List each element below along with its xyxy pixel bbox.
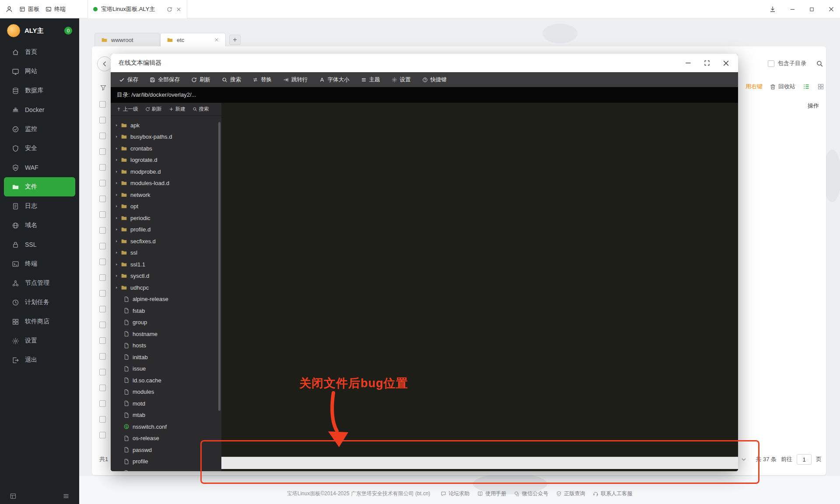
tree-folder-row[interactable]: ssl [111,247,221,259]
save-all-button[interactable]: 全部保存 [144,72,186,87]
row-checkbox[interactable] [99,385,106,391]
row-checkbox[interactable] [99,306,106,312]
editor-file-tabs-bar[interactable] [221,457,738,469]
caret-right-icon[interactable] [115,216,119,220]
modal-maximize-icon[interactable] [704,60,710,66]
row-checkbox[interactable] [99,432,106,438]
terminal-nav-button[interactable]: 终端 [46,5,66,13]
row-checkbox[interactable] [99,322,106,328]
modal-minimize-icon[interactable] [684,59,692,67]
sidebar-item[interactable]: 数据库 [0,81,79,100]
tree-file-row[interactable]: motd [111,398,221,410]
maximize-icon[interactable] [809,7,815,12]
row-checkbox[interactable] [99,369,106,375]
row-checkbox[interactable] [99,353,106,360]
close-icon[interactable] [828,6,835,13]
tree-folder-row[interactable]: busybox-paths.d [111,131,221,143]
tree-file-row[interactable]: protocols [111,467,221,471]
sidebar-item[interactable]: 设置 [0,331,79,350]
sidebar-item[interactable]: 日志 [0,196,79,216]
sidebar-item[interactable]: 终端 [0,254,79,273]
filter-icon[interactable] [100,84,107,91]
goto-line-button[interactable]: 跳转行 [277,72,314,87]
add-tab-button[interactable]: + [229,35,241,45]
row-checkbox[interactable] [99,164,106,171]
search-button[interactable]: 搜索 [216,72,247,87]
theme-button[interactable]: 主题 [355,72,386,87]
footer-link[interactable]: 正版查询 [556,490,585,497]
tree-file-row[interactable]: hostname [111,328,221,340]
include-subdir-checkbox[interactable] [768,60,774,67]
sidebar-item[interactable]: 域名 [0,216,79,235]
footer-link[interactable]: 论坛求助 [441,490,469,497]
minimize-icon[interactable] [789,6,796,13]
list-view-icon[interactable] [802,83,810,91]
sidebar-item[interactable]: 网站 [0,62,79,81]
row-checkbox[interactable] [99,211,106,218]
row-checkbox[interactable] [99,227,106,234]
avatar[interactable] [7,24,20,37]
caret-right-icon[interactable] [115,135,119,139]
tree-folder-row[interactable]: secfixes.d [111,235,221,247]
tree-file-row[interactable]: hosts [111,340,221,352]
editor-area[interactable] [221,103,738,471]
up-level-button[interactable]: 上一级 [114,105,141,114]
sidebar-item[interactable]: 监控 [0,119,79,139]
tree-folder-row[interactable]: periodic [111,212,221,224]
row-checkbox[interactable] [99,180,106,186]
tree-refresh-button[interactable]: 刷新 [143,105,164,114]
tree-folder-row[interactable]: modprobe.d [111,166,221,178]
tree-file-row[interactable]: ld.so.cache [111,374,221,386]
tree-folder-row[interactable]: ssl1.1 [111,259,221,270]
user-icon[interactable] [5,5,13,13]
tree-file-row[interactable]: inittab [111,351,221,363]
message-badge[interactable]: 0 [64,27,72,35]
caret-right-icon[interactable] [115,228,119,231]
tree-folder-row[interactable]: sysctl.d [111,270,221,282]
caret-right-icon[interactable] [115,123,119,127]
select-all-checkbox[interactable] [99,101,106,108]
tree-file-row[interactable]: profile [111,456,221,468]
caret-right-icon[interactable] [115,181,119,185]
panel-nav-button[interactable]: 面板 [19,5,39,13]
refresh-button[interactable]: 刷新 [186,72,216,87]
tree-folder-row[interactable]: profile.d [111,224,221,236]
caret-right-icon[interactable] [115,251,119,255]
tree-folder-row[interactable]: network [111,189,221,201]
tab-etc[interactable]: etc [160,33,226,46]
tree-scrollbar[interactable] [218,122,220,411]
row-checkbox[interactable] [99,274,106,281]
tree-search-button[interactable]: 搜索 [190,105,212,114]
row-checkbox[interactable] [99,196,106,202]
font-size-button[interactable]: 字体大小 [314,72,355,87]
tree-folder-row[interactable]: crontabs [111,143,221,154]
back-button[interactable] [97,56,112,71]
directory-path[interactable]: 目录: /var/lib/docker/overlay2/... [111,87,738,103]
collapse-sidebar-icon[interactable] [10,493,17,500]
new-file-button[interactable]: 新建 [166,105,188,114]
tab-wwwroot[interactable]: wwwroot [94,33,160,46]
sidebar-item[interactable]: 首页 [0,42,79,62]
include-subdir-option[interactable]: 包含子目录 [768,60,806,67]
row-checkbox[interactable] [99,337,106,344]
tree-folder-row[interactable]: modules-load.d [111,178,221,189]
tree-file-row[interactable]: nsswitch.conf [111,421,221,433]
row-checkbox[interactable] [99,259,106,265]
footer-link[interactable]: 微信公众号 [514,490,548,497]
sidebar-item[interactable]: 文件 [4,177,75,196]
row-checkbox[interactable] [99,243,106,249]
tree-file-row[interactable]: passwd [111,444,221,456]
recycle-bin-button[interactable]: 回收站 [770,83,795,91]
modal-close-icon[interactable] [722,59,730,67]
caret-right-icon[interactable] [115,262,119,266]
caret-right-icon[interactable] [115,274,119,278]
row-checkbox[interactable] [99,148,106,155]
tree-folder-row[interactable]: apk [111,119,221,131]
row-checkbox[interactable] [99,117,106,123]
tree-file-row[interactable]: alpine-release [111,294,221,305]
row-checkbox[interactable] [99,290,106,297]
sidebar-item[interactable]: 计划任务 [0,293,79,312]
caret-right-icon[interactable] [115,286,119,290]
caret-right-icon[interactable] [115,239,119,243]
hotkeys-button[interactable]: 快捷键 [416,72,453,87]
